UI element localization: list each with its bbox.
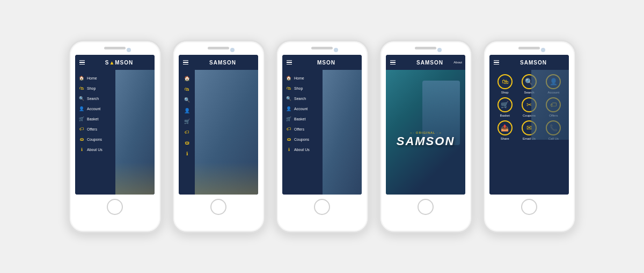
menu-coupons-3[interactable]: 🎟Coupons bbox=[282, 134, 323, 145]
menu-home-3[interactable]: 🏠Home bbox=[282, 73, 323, 83]
menu-about-3[interactable]: ℹAbout Us bbox=[282, 145, 323, 155]
menu-basket-1[interactable]: 🛒Basket bbox=[75, 114, 115, 124]
shop-label: Shop bbox=[501, 91, 509, 94]
menu-about-1[interactable]: ℹAbout Us bbox=[75, 145, 115, 155]
photo-1 bbox=[115, 70, 155, 195]
phone-camera-2 bbox=[230, 48, 235, 52]
icon-about-2[interactable]: ℹ bbox=[179, 148, 195, 159]
grid-shop[interactable]: 🛍 Shop bbox=[494, 74, 516, 94]
screen-content-3: 🏠Home 🛍Shop 🔍Search 👤Account 🛒Basket 🏷Of… bbox=[282, 70, 362, 195]
sidebar-1: 🏠Home 🛍Shop 🔍Search 👤Account 🛒Basket 🏷Of… bbox=[75, 70, 115, 195]
app-title-2: SAMSON bbox=[192, 60, 254, 66]
phone-5: SAMSON 🛍 Shop 🔍 Search bbox=[482, 40, 576, 233]
grid-share[interactable]: 📤 Share bbox=[494, 120, 516, 140]
shop-icon: 🛍 bbox=[497, 74, 513, 89]
phones-container: S▲MSON 🏠Home 🛍Shop 🔍Search 👤Account 🛒Bas… bbox=[57, 29, 587, 244]
phone-camera-5 bbox=[541, 48, 545, 52]
menu-coupons-1[interactable]: 🎟Coupons bbox=[75, 134, 115, 145]
phone-3-screen: MSON 🏠Home 🛍Shop 🔍Search 👤Account 🛒Baske… bbox=[282, 55, 362, 195]
phone-1: S▲MSON 🏠Home 🛍Shop 🔍Search 👤Account 🛒Bas… bbox=[68, 40, 162, 233]
home-btn-5[interactable] bbox=[521, 199, 537, 215]
menu-offers-3[interactable]: 🏷Offers bbox=[282, 124, 323, 134]
phone-speaker bbox=[104, 47, 126, 49]
phone-4-screen: SAMSON About ~ · ORIGINAL · ~ SAMSON 🏠 bbox=[386, 55, 465, 195]
menu-search-1[interactable]: 🔍Search bbox=[75, 94, 115, 104]
screen-content-2: 🏠 🛍 🔍 👤 🛒 🏷 🎟 ℹ bbox=[179, 70, 258, 195]
hamburger-icon-5[interactable] bbox=[494, 60, 499, 65]
icon-shop-2[interactable]: 🛍 bbox=[179, 84, 195, 95]
phone-camera-3 bbox=[334, 48, 338, 52]
hamburger-icon-1[interactable] bbox=[79, 60, 85, 65]
splash-logo: SAMSON bbox=[397, 134, 455, 148]
icon-account-2[interactable]: 👤 bbox=[179, 105, 195, 116]
screen-content-1: 🏠Home 🛍Shop 🔍Search 👤Account 🛒Basket 🏷Of… bbox=[75, 70, 155, 195]
phone-3: MSON 🏠Home 🛍Shop 🔍Search 👤Account 🛒Baske… bbox=[275, 40, 369, 233]
phone-speaker-3 bbox=[311, 47, 333, 49]
sidebar-icons-2: 🏠 🛍 🔍 👤 🛒 🏷 🎟 ℹ bbox=[179, 70, 195, 195]
about-label: About bbox=[453, 61, 462, 64]
phone-5-screen: SAMSON 🛍 Shop 🔍 Search bbox=[489, 55, 569, 195]
app-title-5: SAMSON bbox=[502, 60, 565, 66]
topbar-3: MSON bbox=[282, 55, 362, 70]
phone-camera bbox=[127, 48, 131, 52]
home-btn-1[interactable] bbox=[107, 199, 123, 215]
hamburger-icon-3[interactable] bbox=[287, 60, 292, 65]
menu-account-3[interactable]: 👤Account bbox=[282, 104, 323, 114]
menu-shop-3[interactable]: 🛍Shop bbox=[282, 83, 323, 94]
phone-2: SAMSON 🏠 🛍 🔍 👤 🛒 🏷 🎟 ℹ bbox=[172, 40, 266, 233]
icon-search-2[interactable]: 🔍 bbox=[179, 95, 195, 105]
icon-basket-2[interactable]: 🛒 bbox=[179, 116, 195, 127]
basket-icon: 🛒 bbox=[497, 97, 513, 112]
menu-basket-3[interactable]: 🛒Basket bbox=[282, 114, 323, 124]
topbar-1: S▲MSON bbox=[75, 55, 155, 70]
sidebar-3: 🏠Home 🛍Shop 🔍Search 👤Account 🛒Basket 🏷Of… bbox=[282, 70, 323, 195]
phone-camera-4 bbox=[437, 48, 442, 52]
splash-screen: ~ · ORIGINAL · ~ SAMSON 🏠 Home 🛍 Shop bbox=[386, 70, 465, 195]
basket-label: Basket bbox=[500, 114, 509, 117]
phone-speaker-5 bbox=[518, 47, 540, 49]
phone-2-screen: SAMSON 🏠 🛍 🔍 👤 🛒 🏷 🎟 ℹ bbox=[179, 55, 258, 195]
topbar-2: SAMSON bbox=[179, 55, 258, 70]
app-title-4: SAMSON bbox=[399, 60, 461, 66]
menu-search-3[interactable]: 🔍Search bbox=[282, 94, 323, 104]
home-btn-3[interactable] bbox=[314, 199, 330, 215]
phone-4: SAMSON About ~ · ORIGINAL · ~ SAMSON 🏠 bbox=[379, 40, 473, 233]
topbar-4: SAMSON About bbox=[386, 55, 465, 70]
phone-speaker-2 bbox=[208, 47, 229, 49]
app-title-3: MSON bbox=[295, 60, 357, 66]
photo-2 bbox=[195, 70, 258, 195]
share-icon: 📤 bbox=[497, 120, 513, 135]
hamburger-icon-4[interactable] bbox=[390, 60, 396, 65]
phone-1-screen: S▲MSON 🏠Home 🛍Shop 🔍Search 👤Account 🛒Bas… bbox=[75, 55, 155, 195]
home-btn-4[interactable] bbox=[418, 199, 434, 215]
icon-offers-2[interactable]: 🏷 bbox=[179, 127, 195, 138]
home-btn-2[interactable] bbox=[210, 199, 226, 215]
menu-home-1[interactable]: 🏠Home bbox=[75, 73, 115, 83]
hamburger-icon-2[interactable] bbox=[183, 60, 188, 65]
icon-coupons-2[interactable]: 🎟 bbox=[179, 138, 195, 148]
menu-account-1[interactable]: 👤Account bbox=[75, 104, 115, 114]
photo-3 bbox=[323, 70, 362, 195]
app-title-1: S▲MSON bbox=[88, 60, 150, 66]
topbar-5: SAMSON bbox=[489, 55, 569, 70]
phone-speaker-4 bbox=[415, 47, 436, 49]
menu-shop-1[interactable]: 🛍Shop bbox=[75, 83, 115, 94]
share-label: Share bbox=[501, 137, 509, 140]
grid-basket[interactable]: 🛒 Basket bbox=[494, 97, 516, 117]
menu-offers-1[interactable]: 🏷Offers bbox=[75, 124, 115, 134]
icon-home-2[interactable]: 🏠 bbox=[179, 73, 195, 84]
